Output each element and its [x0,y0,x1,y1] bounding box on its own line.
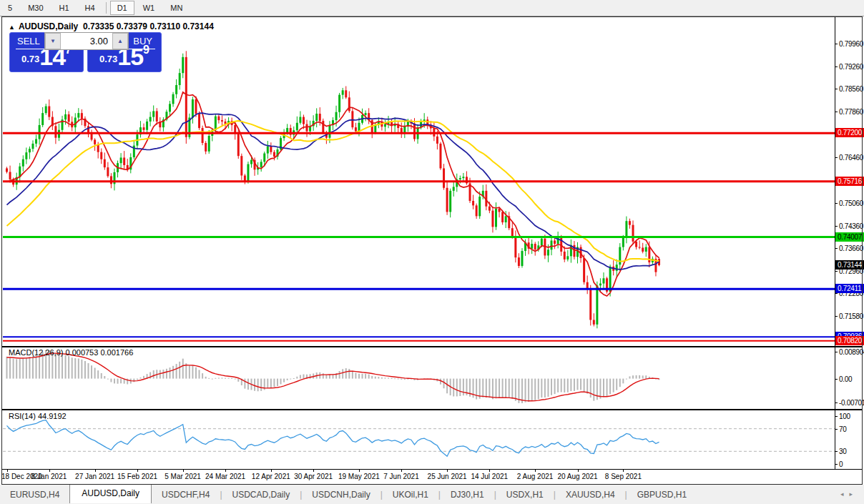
macd-tick-mark [835,402,838,403]
chart-tab-usdchf[interactable]: USDCHF,H4 [152,486,220,503]
tabs-scroll-left-icon[interactable]: ◂ [840,490,850,498]
date-label: 5 Mar 2021 [165,473,201,480]
chart-tab-bar: EURUSD,H4AUDUSD,DailyUSDCHF,H4|USDCAD,Da… [0,485,864,504]
timeframe-toolbar: 5M30H1H4D1W1MN [0,0,864,16]
current-price-tag: 0.73144 [835,260,864,270]
macd-label: MACD(12,26,9) 0.000753 0.001766 [9,348,133,357]
date-tick-mark [447,469,448,472]
level-price-tag-0.72411: 0.72411 [835,284,864,293]
price-tick-label: 0.79960 [839,40,863,48]
buy-price-sup: 9 [143,44,149,56]
buy-price-prefix: 0.73 [99,54,117,64]
timeframe-button-w1[interactable]: W1 [136,1,162,15]
volume-increase-button[interactable]: ▲ [112,33,128,49]
level-price-tag-0.75716: 0.75716 [835,177,864,186]
sell-price-prefix: 0.73 [21,54,39,64]
timeframe-button-h1[interactable]: H1 [52,1,77,15]
price-tick-mark [835,157,838,158]
rsi-tick-mark [835,416,838,417]
rsi-dateaxis-separator [2,469,862,470]
price-tick-mark [835,226,838,227]
volume-decrease-button[interactable]: ▼ [45,33,61,49]
timeframe-button-h4[interactable]: H4 [78,1,102,15]
chart-tab-dj30[interactable]: DJ30,H1 [441,486,494,503]
date-tick-mark [359,469,360,472]
price-tick-label: 0.79260 [839,63,863,71]
collapse-triangle-icon[interactable]: ▲ [9,24,15,31]
rsi-scale-label: 30 [839,448,847,455]
price-tick-label: 0.78560 [839,85,863,93]
price-tick-label: 0.71580 [839,312,863,320]
date-label: 27 Jan 2021 [75,473,114,480]
price-tick-label: 0.73660 [839,244,863,252]
price-scale[interactable]: 0.799600.792600.785600.778600.764600.750… [835,17,864,483]
rsi-scale-label: 70 [839,425,847,433]
macd-rsi-separator[interactable] [2,409,862,410]
date-label: 19 May 2021 [338,473,380,480]
price-tick-mark [835,66,838,67]
price-tick-mark [835,89,838,89]
tabs-scroll-right-icon[interactable]: ▸ [849,490,858,498]
time-scale[interactable]: 18 Dec 20208 Jan 202127 Jan 202115 Feb 2… [0,470,835,483]
price-tick-mark [835,112,838,112]
price-tick-mark [835,271,838,272]
date-label: 14 Jul 2021 [471,473,508,480]
date-tick-mark [137,469,138,472]
level-price-tag-0.74007: 0.74007 [835,232,864,242]
date-tick-mark [7,469,8,472]
toolbar-separator [106,2,107,14]
chart-tab-usdcnh[interactable]: USDCNH,Daily [302,486,380,503]
chart-tab-ukoil[interactable]: UKOil,H1 [383,486,438,503]
price-tick-label: 0.76460 [839,154,863,162]
chart-tab-eurusd[interactable]: EURUSD,H4 [0,486,69,503]
macd-scale-label: 0.00 [839,375,852,383]
date-tick-mark [313,469,314,472]
level-price-tag-0.77200: 0.77200 [835,128,864,137]
macd-scale-label: 0.008904 [839,348,864,356]
date-label: 20 Aug 2021 [558,473,598,480]
price-macd-separator[interactable] [2,346,862,347]
chart-tab-xauusd[interactable]: XAUUSD,H4 [556,486,625,503]
timeframe-button-mn[interactable]: MN [163,1,190,15]
price-tick-mark [835,44,838,44]
date-tick-mark [535,469,536,472]
rsi-label: RSI(14) 44.9192 [9,412,67,420]
date-label: 12 Apr 2021 [252,473,290,480]
macd-tick-mark [835,379,838,380]
date-tick-mark [225,469,226,472]
date-label: 8 Sep 2021 [605,473,642,480]
chart-title: ▲AUDUSD,Daily 0.73335 0.73379 0.73110 0.… [9,21,214,31]
date-tick-mark [271,469,272,472]
macd-scale-label: -0.007013 [839,399,864,407]
chart-ohlc-values: 0.73335 0.73379 0.73110 0.73144 [83,21,214,31]
macd-tick-mark [835,352,838,352]
date-label: 15 Feb 2021 [117,473,157,480]
price-tick-mark [835,293,838,294]
date-label: 8 Jan 2021 [31,473,67,480]
chart-symbol-label: AUDUSD,Daily [19,21,78,31]
date-tick-mark [49,469,50,472]
chart-tab-usdcad[interactable]: USDCAD,Daily [222,486,300,503]
rsi-tick-mark [835,451,838,452]
chart-tab-usdx[interactable]: USDX,H1 [496,486,554,503]
date-label: 7 Jun 2021 [383,473,419,480]
timeframe-button-d1[interactable]: D1 [110,1,134,15]
rsi-scale-label: 0 [839,460,843,468]
price-tick-label: 0.75060 [839,199,863,207]
chart-tab-audusd[interactable]: AUDUSD,Daily [69,484,152,503]
one-click-trade-panel: SELL 0.73147 BUY 0.73159 ▼ ▲ [9,32,162,72]
price-tick-mark [835,248,838,249]
date-tick-mark [95,469,96,472]
rsi-scale-label: 100 [839,412,850,420]
date-label: 25 Jun 2021 [428,473,467,480]
price-tick-mark [835,316,838,317]
date-label: 30 Apr 2021 [294,473,333,480]
chart-tab-gbpusd[interactable]: GBPUSD,H1 [627,486,697,503]
date-tick-mark [183,469,184,472]
level-price-tag-0.70820: 0.70820 [835,336,864,345]
timeframe-button-m30[interactable]: M30 [21,1,50,15]
volume-input[interactable] [61,33,112,49]
timeframe-button-5[interactable]: 5 [1,1,19,15]
date-tick-mark [489,469,490,472]
price-chart-area[interactable] [2,17,835,469]
